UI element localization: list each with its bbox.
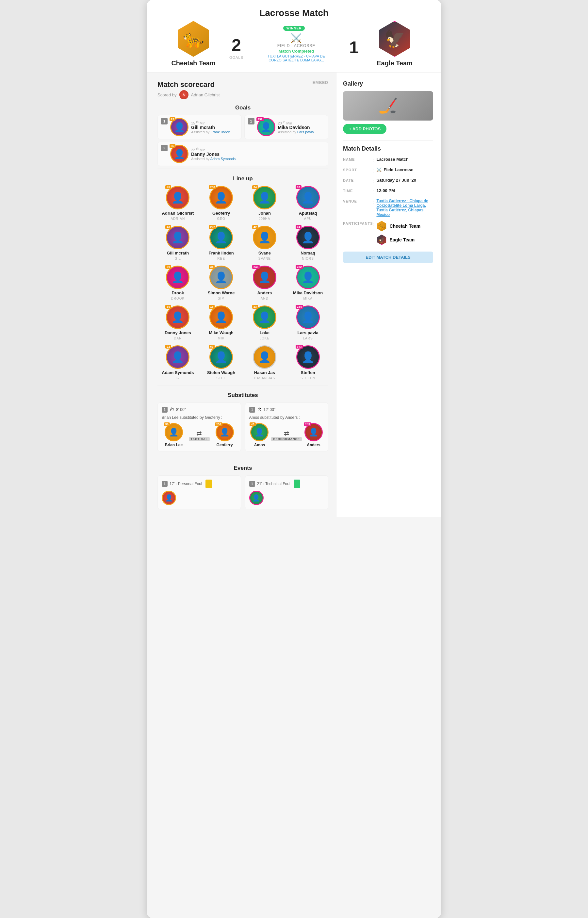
player-card: 👤67 Aputsiaq APU bbox=[288, 186, 328, 220]
event-player: 👤 bbox=[162, 491, 237, 505]
sub-description: Amos substituted by Anders : bbox=[249, 415, 325, 420]
player-card: 👤 Hasan Jas HASAN JAS bbox=[244, 345, 285, 380]
player-card: 👤39 Drook DROOK bbox=[157, 266, 198, 300]
home-team-logo: 🐆 bbox=[175, 21, 212, 57]
sub-out-player: 👤 56 Brian Lee bbox=[165, 423, 183, 447]
goal-info: 20 th Min Mika Davidson Assisted by Lars… bbox=[278, 120, 325, 134]
field-label: FIELD LACROSSE bbox=[254, 44, 339, 48]
player-card: 👤13 Mike Waugh MIK bbox=[201, 305, 242, 340]
sport-icon: ⚔️ bbox=[254, 33, 339, 44]
embed-button[interactable]: EMBED bbox=[313, 80, 328, 85]
player-card: 👤34 Simon Warne SIM bbox=[201, 266, 242, 300]
home-team: 🐆 Cheetah Team bbox=[157, 21, 229, 67]
gallery-image: 🏒 bbox=[343, 91, 433, 121]
goal-player-num: 232 bbox=[257, 117, 264, 121]
player-card: 👤24 Norsaq NIORS bbox=[288, 226, 328, 260]
player-card: 👤22 Adam Symonds 67 bbox=[157, 345, 198, 380]
player-card: 👤343 Steffen STFEEN bbox=[288, 345, 328, 380]
goal-avatar-wrap: 👤 23 bbox=[170, 118, 189, 136]
goal-assist: Assisted by Frank linden bbox=[191, 130, 238, 134]
goal-player-name: Mika Davidson bbox=[278, 125, 325, 130]
detail-row-name: NAME : Lacrosse Match bbox=[343, 157, 433, 163]
event-player: 👤 bbox=[249, 491, 325, 505]
event-card: 1 21' : Technical Foul 👤 bbox=[245, 475, 329, 509]
lineup-title: Line up bbox=[157, 175, 328, 182]
events-grid: 1 17' : Personal Foul 👤 1 21' : Technica… bbox=[157, 475, 328, 509]
home-score: 2 bbox=[229, 35, 243, 55]
player-card: 👤234 Lars pavia LARS bbox=[288, 305, 328, 340]
player-card: 👤34 Johan J09HA bbox=[244, 186, 285, 220]
player-card: 👤35 Danny Jones DAN bbox=[157, 305, 198, 340]
player-card: 👤23 Loke LOKE bbox=[244, 305, 285, 340]
participants-list: 🐆 Cheetah Team 🦅 Eagle Team bbox=[376, 221, 420, 245]
goal-info: 15 th Min Gill mcrath Assisted by Frank … bbox=[191, 120, 238, 134]
match-title: Lacrosse Match bbox=[157, 8, 431, 18]
scored-by-label: Scored by bbox=[157, 92, 177, 97]
goals-section-title: Goals bbox=[157, 105, 328, 111]
goal-team-num: 1 bbox=[248, 118, 254, 124]
winner-badge: WINNER bbox=[283, 26, 305, 31]
goal-item: 1 👤 232 20 th Min Mika Davidson Assisted… bbox=[244, 115, 329, 139]
venue-link[interactable]: TUXTLA GUTIERREZ - CHIAPA DE CORZO SATÉL… bbox=[254, 54, 339, 62]
goal-item: 2 👤 35 22 th Min Danny Jones Assisted by… bbox=[157, 142, 328, 166]
goal-info: 22 th Min Danny Jones Assisted by Adam S… bbox=[191, 147, 325, 161]
scorer-name: Adrian Gilchrist bbox=[191, 92, 220, 97]
goal-team-num: 1 bbox=[161, 118, 168, 124]
goal-player-name: Gill mcrath bbox=[191, 125, 238, 130]
match-header: Lacrosse Match 🐆 Cheetah Team WINNER 2 G… bbox=[147, 0, 441, 73]
detail-row-time: TIME : 12:00 PM bbox=[343, 188, 433, 195]
detail-row-venue: VENUE : Tuxtla Gutierrez - Chiapa de Cor… bbox=[343, 199, 433, 217]
away-score: 1 bbox=[349, 37, 359, 57]
player-card: 👤67 Stefen Waugh STEF bbox=[201, 345, 242, 380]
sub-description: Brian Lee substituted by Geoferry : bbox=[162, 415, 237, 420]
player-card: 👤232 Mika Davidson MIKA bbox=[288, 266, 328, 300]
right-panel: Gallery 🏒 + ADD PHOTOS Match Details NAM… bbox=[336, 73, 441, 517]
goal-player-num: 35 bbox=[170, 144, 175, 148]
away-team-logo: 🦅 bbox=[376, 21, 413, 57]
venue-detail-link[interactable]: Tuxtla Gutierrez - Chiapa de CorzoSatéli… bbox=[376, 199, 433, 217]
goal-player-name: Danny Jones bbox=[191, 152, 325, 157]
participant-eagle: 🦅 Eagle Team bbox=[376, 234, 420, 245]
scorecard-title: Match scorecard bbox=[157, 80, 220, 89]
substitutes-grid: 1 ⏱ 8' 00" Brian Lee substituted by Geof… bbox=[157, 402, 328, 451]
home-team-name: Cheetah Team bbox=[171, 60, 215, 67]
events-title: Events bbox=[157, 465, 328, 472]
add-photos-button[interactable]: + ADD PHOTOS bbox=[343, 124, 386, 134]
edit-match-button[interactable]: EDIT MATCH DETAILS bbox=[343, 252, 433, 263]
sub-card: 1 ⏱ 12' 00" Amos substituted by Anders :… bbox=[245, 402, 329, 451]
substitutes-title: Substitutes bbox=[157, 392, 328, 399]
detail-row-date: DATE : Saturday 27 Jun '20 bbox=[343, 178, 433, 184]
player-card: 👤245 Anders AND bbox=[244, 266, 285, 300]
detail-row-sport: SPORT : ⚔️ Field Lacrosse bbox=[343, 167, 433, 174]
yellow-card bbox=[205, 480, 212, 488]
goal-assist: Assisted by Lars pavia bbox=[278, 130, 325, 134]
goal-minute: 20 th Min bbox=[278, 120, 325, 125]
away-team-name: Eagle Team bbox=[376, 60, 413, 67]
sub-out-player: 👤 43 Amos bbox=[250, 423, 268, 447]
scorer-avatar: A bbox=[179, 90, 189, 99]
away-team: 🦅 Eagle Team bbox=[359, 21, 431, 67]
player-card: 👤42 Svane SVANE bbox=[244, 226, 285, 260]
sub-in-player: 👤 245 Anders bbox=[304, 423, 323, 447]
lineup-grid: 👤45 Adrian Gilchrist ADRIAN 👤238 Geoferr… bbox=[157, 186, 328, 380]
player-card: 👤222 Frank linden REE bbox=[201, 226, 242, 260]
goal-avatar-wrap: 👤 35 bbox=[170, 145, 189, 163]
goal-player-num: 23 bbox=[170, 117, 175, 121]
left-panel: Match scorecard Scored by A Adrian Gilch… bbox=[147, 73, 336, 517]
goal-item: 1 👤 23 15 th Min Gill mcrath Assisted by… bbox=[157, 115, 242, 139]
goals-label: GOALS bbox=[229, 55, 243, 60]
gallery-title: Gallery bbox=[343, 80, 433, 87]
goals-grid: 1 👤 23 15 th Min Gill mcrath Assisted by… bbox=[157, 115, 328, 139]
match-details-title: Match Details bbox=[343, 145, 433, 152]
goal-minute: 15 th Min bbox=[191, 120, 238, 125]
green-card bbox=[294, 480, 300, 488]
goal-avatar-wrap: 👤 232 bbox=[257, 118, 275, 136]
sub-in-player: 👤 236 Geoferry bbox=[216, 423, 234, 447]
goal-minute: 22 th Min bbox=[191, 147, 325, 152]
player-card: 👤45 Adrian Gilchrist ADRIAN bbox=[157, 186, 198, 220]
goal-team-num: 2 bbox=[161, 145, 168, 151]
goal-assist: Assisted by Adam Symonds bbox=[191, 157, 325, 161]
event-card: 1 17' : Personal Foul 👤 bbox=[157, 475, 241, 509]
match-status: Match Completed bbox=[254, 48, 339, 53]
participant-cheetah: 🐆 Cheetah Team bbox=[376, 221, 420, 231]
